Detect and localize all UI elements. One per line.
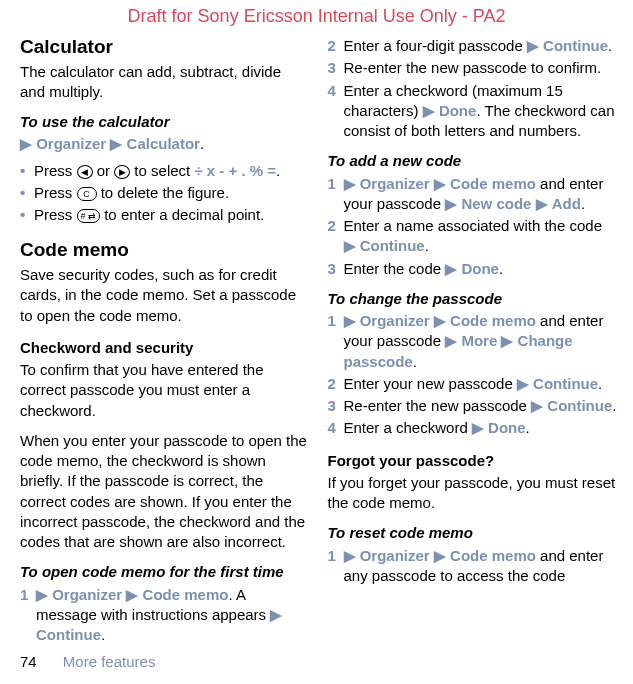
text: Press [34,206,77,223]
nav-arrow-icon: ▶ [501,332,513,349]
text: . [526,419,530,436]
step-number: 2 [328,216,336,236]
left-key-icon: ◀ [77,165,93,179]
nav-arrow-icon: ▶ [270,606,282,623]
open-memo-subheading: To open code memo for the first time [20,562,310,582]
nav-add: Add [552,195,581,212]
step-number: 4 [328,418,336,438]
open-memo-steps: 1 ▶ Organizer ▶ Code memo. A message wit… [20,585,310,646]
nav-organizer: Organizer [360,312,430,329]
right-key-icon: ▶ [114,165,130,179]
text: . [425,237,429,254]
add-step-2: 2 Enter a name associated with the code … [328,216,618,257]
nav-arrow-icon: ▶ [472,419,484,436]
text: Enter a four-digit passcode [344,37,527,54]
bullet-select-op: Press ◀ or ▶ to select ÷ x - + . % =. [20,161,310,181]
text: . [598,375,602,392]
nav-code-memo: Code memo [450,175,536,192]
nav-arrow-icon: ▶ [517,375,529,392]
add-code-steps: 1 ▶ Organizer ▶ Code memo and enter your… [328,174,618,279]
add-step-1: 1 ▶ Organizer ▶ Code memo and enter your… [328,174,618,215]
checkword-para1: To confirm that you have entered the cor… [20,360,310,421]
text: Press [34,184,77,201]
nav-continue: Continue [543,37,608,54]
text: to delete the figure. [97,184,230,201]
nav-arrow-icon: ▶ [445,260,457,277]
nav-arrow-icon: ▶ [344,237,356,254]
step-number: 2 [328,374,336,394]
operator-list: ÷ x - + . % = [194,162,276,179]
right-column: 2 Enter a four-digit passcode ▶ Continue… [328,34,618,647]
open-step-1: 1 ▶ Organizer ▶ Code memo. A message wit… [20,585,310,646]
step-number: 2 [328,36,336,56]
period: . [200,135,204,152]
nav-code-memo: Code memo [143,586,229,603]
open-step-3: 3 Re-enter the new passcode to confirm. [328,58,618,78]
change-step-2: 2 Enter your new passcode ▶ Continue. [328,374,618,394]
nav-arrow-icon: ▶ [434,547,446,564]
nav-organizer: Organizer [52,586,122,603]
nav-done: Done [439,102,477,119]
nav-arrow-icon: ▶ [445,195,457,212]
nav-done: Done [461,260,499,277]
nav-arrow-icon: ▶ [344,547,356,564]
open-memo-steps-cont: 2 Enter a four-digit passcode ▶ Continue… [328,36,618,141]
text: . [612,397,616,414]
add-step-3: 3 Enter the code ▶ Done. [328,259,618,279]
nav-new-code: New code [461,195,531,212]
hash-key-icon: # ⇄ [77,209,101,223]
open-step-2: 2 Enter a four-digit passcode ▶ Continue… [328,36,618,56]
text: or [93,162,115,179]
text: Enter a checkword [344,419,472,436]
code-memo-heading: Code memo [20,237,310,263]
nav-arrow-icon: ▶ [434,175,446,192]
text: . [581,195,585,212]
reset-memo-subheading: To reset code memo [328,523,618,543]
step-number: 3 [328,259,336,279]
change-passcode-steps: 1 ▶ Organizer ▶ Code memo and enter your… [328,311,618,439]
nav-arrow-icon: ▶ [531,397,543,414]
nav-code-memo: Code memo [450,312,536,329]
change-step-4: 4 Enter a checkword ▶ Done. [328,418,618,438]
reset-memo-steps: 1 ▶ Organizer ▶ Code memo and enter any … [328,546,618,587]
nav-arrow-icon: ▶ [36,586,48,603]
change-step-1: 1 ▶ Organizer ▶ Code memo and enter your… [328,311,618,372]
checkword-para2: When you enter your passcode to open the… [20,431,310,553]
content-columns: Calculator The calculator can add, subtr… [20,34,617,647]
watermark-text: Draft for Sony Ericsson Internal Use Onl… [0,4,633,28]
nav-arrow-icon: ▶ [527,37,539,54]
nav-arrow-icon: ▶ [423,102,435,119]
nav-more: More [461,332,497,349]
text: Re-enter the new passcode [344,397,532,414]
step-number: 3 [328,58,336,78]
nav-arrow-icon: ▶ [434,312,446,329]
bullet-delete: Press C to delete the figure. [20,183,310,203]
reset-step-1: 1 ▶ Organizer ▶ Code memo and enter any … [328,546,618,587]
bullet-decimal: Press # ⇄ to enter a decimal point. [20,205,310,225]
nav-arrow-icon: ▶ [536,195,548,212]
text: Enter the code [344,260,446,277]
nav-continue: Continue [533,375,598,392]
change-passcode-subheading: To change the passcode [328,289,618,309]
calculator-bullet-list: Press ◀ or ▶ to select ÷ x - + . % =. Pr… [20,161,310,226]
step-number: 1 [328,311,336,331]
nav-continue: Continue [547,397,612,414]
nav-code-memo: Code memo [450,547,536,564]
nav-continue: Continue [360,237,425,254]
change-step-3: 3 Re-enter the new passcode ▶ Continue. [328,396,618,416]
nav-arrow-icon: ▶ [110,135,122,152]
nav-organizer: Organizer [36,135,106,152]
section-name: More features [63,653,156,670]
text: . [608,37,612,54]
left-column: Calculator The calculator can add, subtr… [20,34,310,647]
nav-arrow-icon: ▶ [126,586,138,603]
calculator-subheading: To use the calculator [20,112,310,132]
nav-arrow-icon: ▶ [344,312,356,329]
text: . [413,353,417,370]
nav-done: Done [488,419,526,436]
nav-organizer: Organizer [360,547,430,564]
step-number: 1 [328,174,336,194]
text: . [499,260,503,277]
text: Press [34,162,77,179]
nav-continue: Continue [36,626,101,643]
